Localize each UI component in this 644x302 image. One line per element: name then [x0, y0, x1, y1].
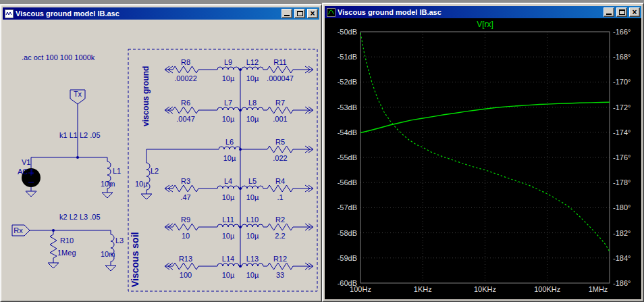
component-name[interactable]: R6: [181, 99, 190, 107]
schematic-svg[interactable]: .ac oct 100 100 1000k k1 L1 L2 .05 k2 L2…: [3, 20, 319, 299]
component-value[interactable]: 10µ: [246, 115, 259, 123]
spice-directive[interactable]: .ac oct 100 100 1000k: [22, 53, 95, 61]
inductor-symbol[interactable]: [242, 67, 263, 70]
y-left-tick-label: -53dB: [338, 103, 357, 111]
component-name[interactable]: L4: [224, 177, 232, 185]
resistor-symbol[interactable]: [173, 224, 198, 230]
magnitude-trace[interactable]: [360, 102, 610, 132]
component-value[interactable]: 10µ: [222, 271, 235, 279]
component-name[interactable]: L6: [225, 138, 234, 146]
component-value[interactable]: 10: [182, 232, 190, 240]
inductor-symbol[interactable]: [219, 147, 240, 149]
l1-name[interactable]: L1: [113, 167, 121, 175]
resistor-symbol[interactable]: [173, 107, 198, 114]
r10-value[interactable]: 1Meg: [57, 249, 76, 257]
waveform-titlebar[interactable]: Viscous ground model IB.asc ×: [325, 6, 641, 18]
minimize-button[interactable]: [281, 9, 292, 18]
resistor-r10-symbol[interactable]: [50, 234, 57, 258]
component-value[interactable]: 10µ: [246, 271, 259, 279]
inductor-symbol[interactable]: [217, 224, 239, 227]
resistor-symbol[interactable]: [267, 263, 293, 270]
waveform-canvas[interactable]: -50dB-166°-51dB-168°-52dB-170°-53dB-172°…: [325, 18, 641, 299]
schematic-canvas[interactable]: .ac oct 100 100 1000k k1 L1 L2 .05 k2 L2…: [3, 20, 319, 299]
component-value[interactable]: 10µ: [222, 74, 235, 82]
component-value[interactable]: .47: [180, 193, 190, 201]
y-right-tick-label: -172°: [613, 103, 630, 111]
component-value[interactable]: 10µ: [223, 154, 236, 162]
inductor-symbol[interactable]: [217, 186, 239, 188]
rx-flag-label[interactable]: Rx: [14, 226, 23, 234]
resistor-symbol[interactable]: [267, 185, 293, 192]
ladder-network[interactable]: R8.00022L910µL1210µR11.000047R6.0047L710…: [146, 58, 313, 279]
component-name[interactable]: R7: [275, 99, 285, 107]
component-value[interactable]: .000047: [267, 74, 294, 82]
component-value[interactable]: 10µ: [246, 232, 259, 240]
x-tick-label: 100Hz: [350, 285, 371, 293]
component-name[interactable]: R3: [181, 177, 190, 185]
inductor-symbol[interactable]: [242, 107, 263, 110]
resistor-symbol[interactable]: [267, 107, 293, 114]
component-value[interactable]: 10µ: [246, 193, 259, 201]
inductor-symbol[interactable]: [242, 263, 263, 266]
component-value[interactable]: .0047: [176, 115, 195, 123]
l3-value[interactable]: 10m: [101, 250, 115, 258]
component-name[interactable]: L7: [224, 99, 232, 107]
component-name[interactable]: R2: [275, 216, 285, 224]
component-value[interactable]: 10µ: [222, 115, 235, 123]
l2-value[interactable]: 10µ: [135, 180, 148, 188]
inductor-symbol[interactable]: [217, 67, 239, 70]
resistor-symbol[interactable]: [267, 66, 293, 73]
component-name[interactable]: L12: [246, 58, 259, 66]
component-value[interactable]: 33: [276, 271, 284, 279]
component-name[interactable]: R4: [275, 177, 285, 185]
close-button[interactable]: ×: [307, 9, 318, 18]
resistor-symbol[interactable]: [173, 185, 198, 192]
coupling-k2-text[interactable]: k2 L2 L3 .05: [59, 213, 101, 221]
r10-name[interactable]: R10: [60, 236, 74, 245]
inductor-symbol[interactable]: [217, 263, 239, 266]
component-name[interactable]: L9: [224, 58, 232, 66]
component-value[interactable]: 10µ: [222, 193, 235, 201]
inductor-symbol[interactable]: [242, 224, 263, 227]
resistor-symbol[interactable]: [173, 263, 198, 270]
component-value[interactable]: 2.2: [275, 232, 285, 240]
component-value[interactable]: .001: [273, 115, 287, 123]
maximize-button[interactable]: [294, 9, 305, 18]
component-name[interactable]: L8: [248, 99, 257, 107]
component-name[interactable]: L11: [222, 216, 234, 224]
l2-name[interactable]: L2: [151, 167, 159, 175]
component-name[interactable]: L13: [246, 255, 259, 263]
component-value[interactable]: .00022: [174, 74, 197, 82]
inductor-symbol[interactable]: [217, 107, 239, 110]
component-value[interactable]: 100: [180, 271, 192, 279]
tx-flag-label[interactable]: Tx: [74, 90, 82, 98]
trace-label[interactable]: V[rx]: [477, 20, 493, 29]
component-name[interactable]: R5: [275, 138, 285, 146]
l1-value[interactable]: 10m: [101, 180, 115, 188]
resistor-symbol[interactable]: [173, 66, 198, 73]
component-value[interactable]: .1: [277, 193, 283, 201]
component-name[interactable]: R13: [179, 255, 192, 263]
component-name[interactable]: R9: [181, 216, 190, 224]
l3-name[interactable]: L3: [115, 236, 124, 245]
resistor-symbol[interactable]: [267, 224, 293, 230]
component-name[interactable]: R8: [181, 58, 190, 66]
v1-name[interactable]: V1: [22, 158, 30, 166]
component-value[interactable]: .022: [273, 154, 287, 162]
component-name[interactable]: R12: [273, 255, 287, 263]
component-name[interactable]: L10: [246, 216, 259, 224]
inductor-symbol[interactable]: [242, 186, 263, 188]
component-name[interactable]: R11: [273, 58, 286, 66]
minimize-button[interactable]: [603, 7, 614, 17]
component-name[interactable]: L5: [248, 177, 257, 185]
maximize-button[interactable]: [616, 7, 627, 17]
component-name[interactable]: L14: [222, 255, 234, 263]
coupling-k1-text[interactable]: k1 L1 L2 .05: [59, 131, 101, 139]
v1-value[interactable]: AC 1: [18, 168, 34, 176]
schematic-titlebar[interactable]: Viscous ground model IB.asc ×: [3, 7, 319, 20]
component-value[interactable]: 10µ: [222, 232, 235, 240]
close-button[interactable]: ×: [629, 7, 640, 17]
plot-svg[interactable]: -50dB-166°-51dB-168°-52dB-170°-53dB-172°…: [325, 18, 641, 299]
resistor-symbol[interactable]: [267, 146, 293, 153]
component-value[interactable]: 10µ: [246, 74, 259, 82]
